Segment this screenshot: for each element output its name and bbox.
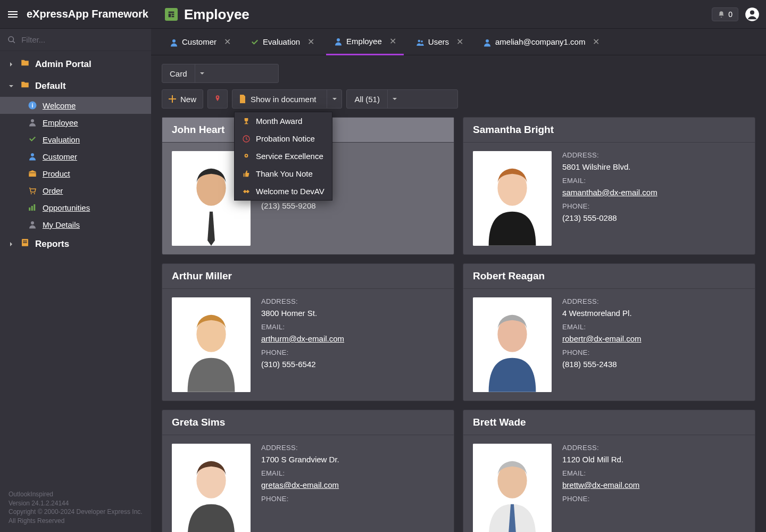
avatar xyxy=(172,297,251,392)
page-title: Employee xyxy=(184,6,249,23)
close-icon[interactable]: ✕ xyxy=(224,37,231,47)
tree-group-default[interactable]: Default xyxy=(0,75,151,97)
email-link[interactable]: samanthab@dx-email.com xyxy=(562,188,745,197)
menu-item-month-award[interactable]: Month Award xyxy=(235,112,332,130)
sidebar-item-product[interactable]: Product xyxy=(0,165,151,182)
close-icon[interactable]: ✕ xyxy=(307,37,314,47)
hamburger-icon[interactable] xyxy=(6,8,19,21)
svg-point-5 xyxy=(750,10,754,14)
tab-employee[interactable]: Employee✕ xyxy=(326,29,404,55)
svg-text:i: i xyxy=(32,102,34,109)
filter-selector[interactable]: All (51) xyxy=(346,89,458,109)
tabs: Customer✕Evaluation✕Employee✕Users✕ameli… xyxy=(151,29,766,55)
main-area: Customer✕Evaluation✕Employee✕Users✕ameli… xyxy=(151,29,766,532)
sidebar-item-employee[interactable]: Employee xyxy=(0,114,151,131)
tab-evaluation[interactable]: Evaluation✕ xyxy=(243,29,322,55)
email-label: EMAIL: xyxy=(562,469,745,477)
clock-icon xyxy=(242,135,251,143)
app-title: eXpressApp Framework xyxy=(27,8,148,20)
tree-group-admin-portal[interactable]: Admin Portal xyxy=(0,53,151,75)
notifications-button[interactable]: 0 xyxy=(712,7,738,21)
svg-rect-1 xyxy=(169,14,171,18)
email-link[interactable]: arthurm@dx-email.com xyxy=(261,334,444,343)
person-blue-icon xyxy=(28,152,37,161)
chevron-down-icon[interactable] xyxy=(195,64,210,82)
view-selector[interactable]: Card xyxy=(162,64,279,83)
sidebar-item-evaluation[interactable]: Evaluation xyxy=(0,131,151,148)
employee-card[interactable]: Samantha BrightADDRESS:5801 Wilshire Blv… xyxy=(463,117,755,255)
document-templates-menu: Month AwardProbation NoticeService Excel… xyxy=(234,112,332,201)
address-value: 3800 Homer St. xyxy=(261,309,444,318)
person-grey-icon xyxy=(28,220,37,229)
phone-value: (818) 555-2438 xyxy=(562,360,745,369)
address-label: ADDRESS: xyxy=(562,444,745,452)
email-link[interactable]: gretas@dx-email.com xyxy=(261,480,444,489)
address-label: ADDRESS: xyxy=(562,151,745,159)
person-blue-icon xyxy=(334,37,342,45)
address-label: ADDRESS: xyxy=(261,297,444,305)
check-icon xyxy=(250,38,259,46)
employee-name: Greta Sims xyxy=(162,410,454,435)
notifications-count: 0 xyxy=(728,10,732,19)
email-label: EMAIL: xyxy=(562,177,745,185)
address-value: 5801 Wilshire Blvd. xyxy=(562,162,745,171)
tree-group-reports[interactable]: Reports xyxy=(0,233,151,255)
sidebar-item-customer[interactable]: Customer xyxy=(0,148,151,165)
new-button[interactable]: New xyxy=(162,89,203,109)
avatar xyxy=(172,444,251,532)
chevron-icon xyxy=(7,61,15,68)
svg-point-9 xyxy=(31,153,34,156)
sidebar: Admin PortalDefaultiWelcomeEmployeeEvalu… xyxy=(0,29,151,532)
svg-point-19 xyxy=(172,39,176,43)
employee-card[interactable]: Robert ReaganADDRESS:4 Westmoreland Pl.E… xyxy=(463,263,755,401)
svg-rect-0 xyxy=(169,12,174,13)
employee-card[interactable]: Greta SimsADDRESS:1700 S Grandview Dr.EM… xyxy=(162,410,454,532)
email-link[interactable]: robertr@dx-email.com xyxy=(562,334,745,343)
page-icon xyxy=(165,8,178,21)
menu-item-probation-notice[interactable]: Probation Notice xyxy=(235,130,332,147)
svg-point-38 xyxy=(246,155,247,156)
close-icon[interactable]: ✕ xyxy=(389,36,396,46)
person-blue-icon xyxy=(482,38,491,46)
close-icon[interactable]: ✕ xyxy=(456,37,463,47)
search-icon xyxy=(7,35,16,45)
sidebar-item-welcome[interactable]: iWelcome xyxy=(0,97,151,114)
tab-ameliah-company1-com[interactable]: ameliah@company1.com✕ xyxy=(475,29,607,55)
chevron-icon xyxy=(7,82,15,90)
search-input[interactable] xyxy=(21,35,144,44)
chevron-down-icon[interactable] xyxy=(327,90,342,108)
phone-label: PHONE: xyxy=(261,348,444,356)
address-value: 1120 Old Mill Rd. xyxy=(562,455,745,464)
chevron-down-icon[interactable] xyxy=(387,90,402,108)
trophy-icon xyxy=(242,117,251,126)
menu-item-thank-you-note[interactable]: Thank You Note xyxy=(235,165,332,182)
tab-users[interactable]: Users✕ xyxy=(408,29,471,55)
pin-button[interactable] xyxy=(207,89,228,109)
email-link[interactable]: brettw@dx-email.com xyxy=(562,480,745,489)
email-label: EMAIL: xyxy=(261,323,444,331)
close-icon[interactable]: ✕ xyxy=(593,37,600,47)
sidebar-item-order[interactable]: Order xyxy=(0,182,151,199)
avatar xyxy=(473,151,552,246)
search-row xyxy=(0,29,151,51)
sidebar-item-my-details[interactable]: My Details xyxy=(0,216,151,233)
show-in-document-button[interactable]: Show in document xyxy=(232,89,342,109)
svg-point-20 xyxy=(337,38,340,41)
menu-item-welcome-to-devav[interactable]: Welcome to DevAV xyxy=(235,182,332,200)
account-icon[interactable] xyxy=(745,7,760,22)
check-icon xyxy=(28,135,37,144)
svg-rect-2 xyxy=(172,14,174,15)
svg-rect-14 xyxy=(34,204,35,211)
cart-icon xyxy=(28,186,37,195)
svg-point-22 xyxy=(421,40,423,42)
person-blue-icon xyxy=(169,38,178,46)
medal-icon xyxy=(242,152,251,161)
menu-item-service-excellence[interactable]: Service Excellence xyxy=(235,147,332,165)
sidebar-item-opportunities[interactable]: Opportunities xyxy=(0,199,151,216)
employee-card[interactable]: Arthur MillerADDRESS:3800 Homer St.EMAIL… xyxy=(162,263,454,401)
avatar xyxy=(473,297,552,392)
phone-value: (213) 555-0288 xyxy=(562,213,745,222)
employee-card[interactable]: Brett WadeADDRESS:1120 Old Mill Rd.EMAIL… xyxy=(463,410,755,532)
tab-customer[interactable]: Customer✕ xyxy=(162,29,238,55)
address-label: ADDRESS: xyxy=(261,444,444,452)
